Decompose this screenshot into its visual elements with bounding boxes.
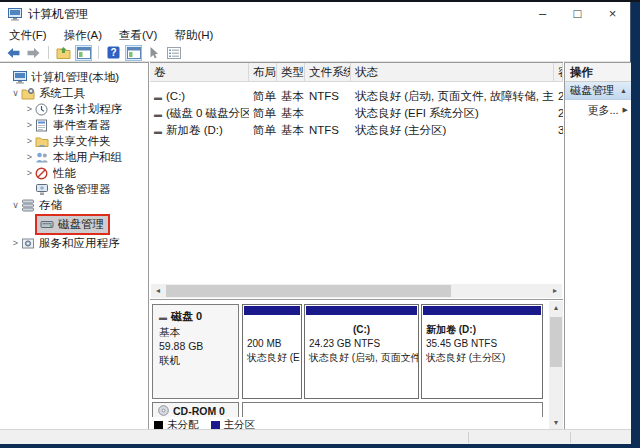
sidebar-item-storage[interactable]: ∨ 存储 xyxy=(0,197,148,213)
scroll-left-icon[interactable]: ◂ xyxy=(151,284,165,298)
submenu-arrow-icon: ▶ xyxy=(623,106,628,114)
sidebar-item-task-scheduler[interactable]: > 任务计划程序 xyxy=(0,101,148,117)
column-header-status[interactable]: 状态 xyxy=(351,63,554,81)
actions-pane-title: 操作 xyxy=(565,63,631,82)
volume-capacity: 200 MB xyxy=(554,105,563,122)
shared-folder-icon xyxy=(35,135,50,148)
chevron-right-icon[interactable]: > xyxy=(24,168,35,178)
sidebar-item-label: 性能 xyxy=(53,166,76,181)
partition-title: 新加卷 (D:) xyxy=(426,323,538,337)
close-button[interactable]: × xyxy=(595,2,630,26)
sidebar-item-computer-management-local[interactable]: 计算机管理(本地) xyxy=(0,69,148,85)
up-folder-icon[interactable] xyxy=(55,45,72,61)
forward-icon[interactable] xyxy=(25,45,42,61)
scroll-right-icon[interactable]: ▸ xyxy=(548,284,562,298)
disk-icon xyxy=(40,218,55,231)
console-window-icon[interactable] xyxy=(125,45,142,61)
horizontal-scrollbar[interactable]: ◂ ▸ xyxy=(151,284,562,298)
sidebar-item-performance[interactable]: > 性能 xyxy=(0,165,148,181)
sidebar-item-label: 计算机管理(本地) xyxy=(31,70,119,85)
maximize-button[interactable]: □ xyxy=(560,2,595,26)
partition-efi[interactable]: 200 MB 状态良好 (E xyxy=(242,304,302,399)
legend-label: 主分区 xyxy=(224,418,256,429)
actions-group-label: 磁盘管理 xyxy=(570,83,620,98)
partition-size: 200 MB xyxy=(247,337,297,351)
scroll-down-icon[interactable]: ▾ xyxy=(549,416,563,429)
cd-icon xyxy=(158,405,169,417)
sidebar-item-system-tools[interactable]: ∨ 系统工具 xyxy=(0,85,148,101)
column-header-layout[interactable]: 布局 xyxy=(249,63,277,81)
column-header-type[interactable]: 类型 xyxy=(277,63,305,81)
sidebar-item-event-viewer[interactable]: > 事件查看器 xyxy=(0,117,148,133)
collapse-icon[interactable]: ▲ xyxy=(620,87,627,94)
volume-layout: 简单 xyxy=(249,88,277,105)
disk-0-info-box[interactable]: ▬磁盘 0 基本 59.88 GB 联机 xyxy=(152,304,239,399)
sidebar-item-services-applications[interactable]: > 服务和应用程序 xyxy=(0,235,148,251)
sidebar-item-device-manager[interactable]: 设备管理器 xyxy=(0,181,148,197)
chevron-down-icon[interactable]: ∨ xyxy=(10,88,21,98)
more-actions-item[interactable]: 更多... ▶ xyxy=(565,100,631,120)
table-row[interactable]: ▬(C:) 简单 基本 NTFS 状态良好 (启动, 页面文件, 故障转储, 主… xyxy=(150,88,563,105)
actions-group-disk-management[interactable]: 磁盘管理 ▲ xyxy=(565,82,631,100)
disk-drive-icon: ▬ xyxy=(159,313,167,322)
menu-file[interactable]: 文件(F) xyxy=(9,28,47,43)
chevron-right-icon[interactable]: > xyxy=(10,238,21,248)
partition-c[interactable]: (C:) 24.23 GB NTFS 状态良好 (启动, 页面文件 xyxy=(304,304,419,399)
partition-color-bar xyxy=(244,306,300,315)
table-row[interactable]: ▬新加卷 (D:) 简单 基本 NTFS 状态良好 (主分区) 35.45 GB xyxy=(150,122,563,139)
scroll-up-icon[interactable]: ▴ xyxy=(549,301,563,315)
sidebar-item-label: 设备管理器 xyxy=(53,182,111,197)
disk-status: 联机 xyxy=(159,353,232,367)
window-controls: – □ × xyxy=(525,2,630,26)
column-header-capacity[interactable]: 容量 xyxy=(554,63,563,81)
menu-view[interactable]: 查看(V) xyxy=(119,28,157,43)
table-row[interactable]: ▬(磁盘 0 磁盘分区 1) 简单 基本 状态良好 (EFI 系统分区) 200… xyxy=(150,105,563,122)
volume-list: 卷 布局 类型 文件系统 状态 容量 ▬(C:) 简单 基本 NTFS 状态良好… xyxy=(150,63,563,300)
scrollbar-thumb[interactable] xyxy=(550,317,562,367)
minimize-button[interactable]: – xyxy=(525,2,560,26)
partition-title: (C:) xyxy=(309,323,414,337)
volume-list-header: 卷 布局 类型 文件系统 状态 容量 xyxy=(150,63,563,82)
sidebar-item-shared-folders[interactable]: > 共享文件夹 xyxy=(0,133,148,149)
volume-filesystem: NTFS xyxy=(305,122,351,139)
menu-action[interactable]: 操作(A) xyxy=(64,28,102,43)
volume-disk-icon: ▬ xyxy=(154,127,162,136)
properties-list-icon[interactable] xyxy=(165,45,182,61)
cdrom-media-box[interactable] xyxy=(242,402,543,417)
chevron-right-icon[interactable]: > xyxy=(24,104,35,114)
partition-title xyxy=(247,323,297,337)
back-icon[interactable] xyxy=(5,45,22,61)
volume-name: (C:) xyxy=(166,90,185,102)
chevron-down-icon[interactable]: ∨ xyxy=(10,200,21,210)
toolbar-separator xyxy=(98,46,99,59)
partition-color-bar xyxy=(423,306,541,315)
help-icon[interactable]: ? xyxy=(105,45,122,61)
chevron-right-icon[interactable]: > xyxy=(24,136,35,146)
vertical-scrollbar[interactable]: ▴ ▾ xyxy=(549,301,563,429)
volume-capacity: 35.45 GB xyxy=(554,122,563,139)
scrollbar-thumb[interactable] xyxy=(166,285,451,297)
partition-d[interactable]: 新加卷 (D:) 35.45 GB NTFS 状态良好 (主分区) xyxy=(421,304,543,399)
show-console-tree-icon[interactable] xyxy=(75,45,92,61)
column-header-volume[interactable]: 卷 xyxy=(150,63,249,81)
sidebar-item-local-users-groups[interactable]: > 本地用户和组 xyxy=(0,149,148,165)
disk-size: 59.88 GB xyxy=(159,339,232,353)
partition-color-bar xyxy=(306,306,417,315)
more-actions-label: 更多... xyxy=(587,103,618,118)
clock-icon xyxy=(35,103,50,116)
system-tools-icon xyxy=(21,87,36,100)
event-viewer-icon xyxy=(35,119,50,132)
sidebar-item-label: 本地用户和组 xyxy=(53,150,122,165)
volume-disk-icon: ▬ xyxy=(154,110,162,119)
unallocated-color-swatch xyxy=(154,421,163,430)
menu-help[interactable]: 帮助(H) xyxy=(174,28,213,43)
column-header-filesystem[interactable]: 文件系统 xyxy=(305,63,351,81)
volume-type: 基本 xyxy=(277,105,305,122)
sidebar-item-label: 共享文件夹 xyxy=(53,134,111,149)
volume-layout: 简单 xyxy=(249,122,277,139)
sidebar-item-disk-management[interactable]: 磁盘管理 xyxy=(0,213,148,235)
cdrom-0-info-box[interactable]: CD-ROM 0 xyxy=(152,402,239,417)
chevron-right-icon[interactable]: > xyxy=(24,152,35,162)
chevron-right-icon[interactable]: > xyxy=(24,120,35,130)
pointer-icon[interactable] xyxy=(145,45,162,61)
